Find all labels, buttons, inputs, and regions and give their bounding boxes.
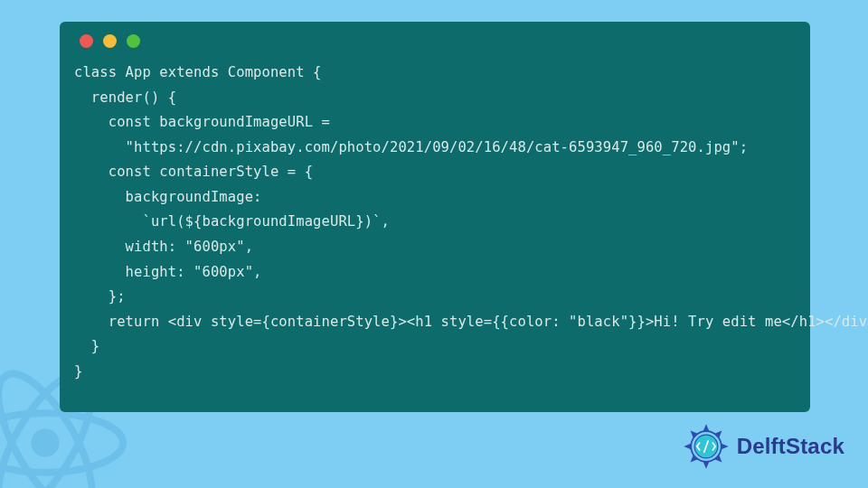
svg-marker-11 [688,428,697,437]
svg-marker-4 [703,424,709,431]
svg-marker-6 [721,444,728,450]
maximize-icon [127,34,140,48]
minimize-icon [103,34,117,48]
code-block: class App extends Component { render() {… [74,61,796,385]
svg-marker-8 [703,462,709,469]
brand-name: DelftStack [737,434,844,459]
brand-logo: DelftStack [681,421,844,472]
close-icon [80,34,93,48]
svg-point-1 [0,413,123,473]
svg-marker-10 [684,444,691,450]
svg-marker-5 [714,428,723,437]
svg-marker-9 [688,455,697,465]
window-controls [74,34,796,48]
delftstack-icon [681,421,731,472]
code-window: class App extends Component { render() {… [60,22,810,412]
svg-marker-7 [714,455,723,465]
svg-point-0 [31,428,59,456]
